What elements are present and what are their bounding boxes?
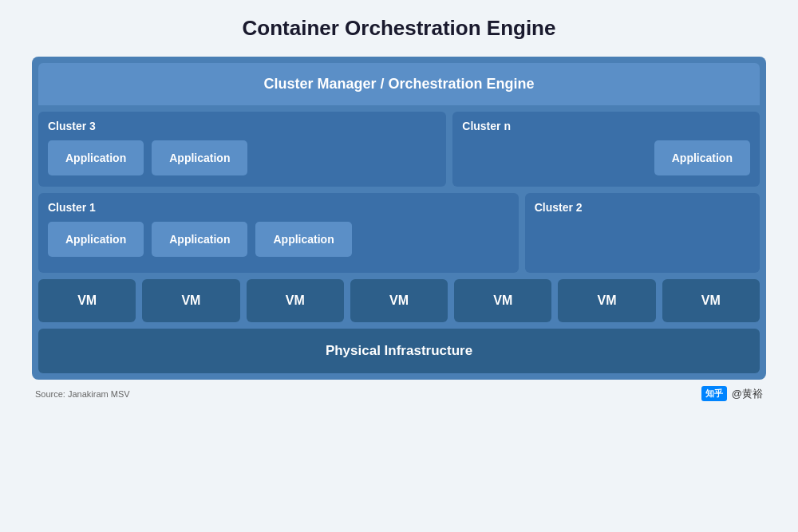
vm-6: VM bbox=[558, 279, 655, 322]
vm-5: VM bbox=[454, 279, 551, 322]
vm-2: VM bbox=[142, 279, 239, 322]
cluster1-app-2: Application bbox=[152, 222, 247, 257]
cluster3-app-row: Application Application bbox=[48, 140, 437, 175]
cluster3-box: Cluster 3 Application Application bbox=[38, 112, 446, 187]
clustern-app-1: Application bbox=[654, 140, 750, 175]
clustern-box: Cluster n Application bbox=[452, 112, 760, 187]
physical-row: Physical Infrastructure bbox=[38, 329, 760, 373]
physical-label: Physical Infrastructure bbox=[326, 343, 472, 358]
cluster-manager-label: Cluster Manager / Orchestration Engine bbox=[263, 76, 534, 92]
cluster1-box: Cluster 1 Application Application Applic… bbox=[38, 193, 519, 273]
cluster1-app-1: Application bbox=[48, 222, 144, 257]
cluster2-box: Cluster 2 bbox=[525, 193, 760, 273]
vm-row: VM VM VM VM VM VM VM bbox=[32, 273, 766, 322]
footer: Source: Janakiram MSV 知乎 @黄裕 bbox=[32, 386, 766, 401]
cluster1-label: Cluster 1 bbox=[48, 201, 509, 214]
watermark-user: @黄裕 bbox=[732, 387, 763, 401]
vm-4: VM bbox=[350, 279, 448, 322]
cluster2-label: Cluster 2 bbox=[535, 201, 750, 214]
clustern-app-row: Application bbox=[462, 140, 750, 175]
diagram: Cluster Manager / Orchestration Engine C… bbox=[32, 57, 766, 380]
vm-7: VM bbox=[662, 279, 760, 322]
cluster3-app-1: Application bbox=[48, 140, 144, 175]
cluster2-app-row bbox=[535, 222, 750, 262]
lower-clusters: Cluster 1 Application Application Applic… bbox=[32, 187, 766, 273]
clustern-label: Cluster n bbox=[462, 120, 750, 132]
cluster1-app-3: Application bbox=[255, 222, 351, 257]
vm-3: VM bbox=[247, 279, 344, 322]
upper-clusters: Cluster 3 Application Application Cluste… bbox=[32, 105, 766, 187]
cluster3-app-2: Application bbox=[152, 140, 247, 175]
cluster1-app-row: Application Application Application bbox=[48, 222, 509, 257]
cluster3-label: Cluster 3 bbox=[48, 120, 437, 132]
zhihu-logo: 知乎 bbox=[701, 386, 727, 401]
source-text: Source: Janakiram MSV bbox=[35, 389, 130, 399]
cluster-manager-row: Cluster Manager / Orchestration Engine bbox=[38, 63, 760, 105]
page-wrapper: Container Orchestration Engine Cluster M… bbox=[0, 0, 798, 532]
vm-1: VM bbox=[38, 279, 136, 322]
watermark: 知乎 @黄裕 bbox=[701, 386, 763, 401]
page-title: Container Orchestration Engine bbox=[32, 16, 766, 41]
